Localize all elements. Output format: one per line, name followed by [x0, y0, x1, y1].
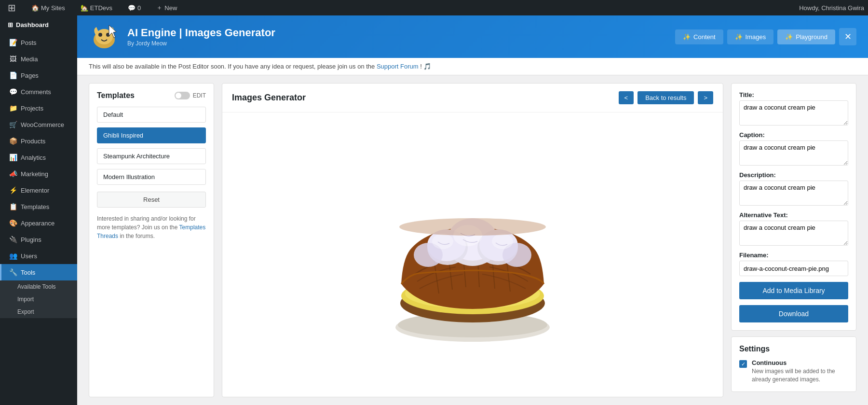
submenu-export[interactable]: Export [0, 306, 77, 318]
sidebar-item-tools[interactable]: 🔧 Tools [0, 264, 77, 280]
support-forum-link[interactable]: Support Forum [377, 63, 419, 70]
user-greeting: Howdy, Christina Gwira [799, 4, 864, 12]
next-button[interactable]: > [698, 91, 713, 104]
appearance-icon: 🎨 [9, 219, 17, 227]
images-sparkle-icon: ✨ [735, 33, 743, 41]
template-item-default[interactable]: Default [97, 107, 206, 123]
woocommerce-icon: 🛒 [9, 121, 17, 128]
templates-edit-toggle[interactable]: EDIT [175, 92, 206, 99]
wp-layout: ⊞ Dashboard 📝 Posts 🖼 Media 📄 Pages 💬 Co… [0, 15, 868, 405]
house-icon: 🏠 [31, 4, 39, 12]
caption-field-group: Caption: [739, 131, 848, 166]
home-icon: 🏡 [81, 4, 88, 12]
media-icon: 🖼 [9, 55, 17, 63]
template-item-steampunk[interactable]: Steampunk Architecture [97, 148, 206, 164]
wp-logo[interactable]: ⊞ [4, 0, 20, 15]
comment-icon: 💬 [128, 4, 136, 12]
continuous-label: Continuous [752, 359, 848, 366]
description-label: Description: [739, 171, 848, 179]
sidebar-item-analytics[interactable]: 📊 Analytics [0, 149, 77, 166]
posts-icon: 📝 [9, 39, 17, 46]
my-sites-menu[interactable]: 🏠 My Sites [27, 0, 69, 15]
products-icon: 📦 [9, 137, 17, 145]
sidebar-item-elementor[interactable]: ⚡ Elementor [0, 182, 77, 198]
sidebar-item-pages[interactable]: 📄 Pages [0, 67, 77, 84]
tools-icon: 🔧 [9, 268, 17, 276]
templates-panel-title: Templates [97, 91, 135, 100]
settings-panel: Settings Continuous New images will be a… [731, 336, 856, 392]
content-nav-button[interactable]: ✨ Content [675, 29, 723, 44]
sidebar-item-appearance[interactable]: 🎨 Appearance [0, 215, 77, 231]
description-input[interactable] [739, 181, 848, 206]
sidebar-item-media[interactable]: 🖼 Media [0, 51, 77, 67]
sidebar-item-posts[interactable]: 📝 Posts [0, 34, 77, 51]
svg-point-2 [98, 33, 102, 37]
back-to-results-button[interactable]: Back to results [637, 91, 694, 104]
dashboard-icon: ⊞ [8, 21, 13, 28]
info-text: This will also be available in the Post … [89, 63, 375, 70]
alt-text-label: Alternative Text: [739, 211, 848, 219]
submenu-import[interactable]: Import [0, 293, 77, 306]
wp-body: AI Engine | Images Generator By Jordy Me… [77, 15, 868, 405]
plugin-author: By Jordy Meow [127, 40, 667, 47]
new-menu[interactable]: ＋ New [152, 0, 181, 15]
sidebar-item-comments[interactable]: 💬 Comments [0, 84, 77, 100]
comments-menu[interactable]: 💬 0 [124, 0, 145, 15]
plugin-header: AI Engine | Images Generator By Jordy Me… [77, 15, 868, 58]
site-name-menu[interactable]: 🏡 ETDevs [77, 0, 116, 15]
right-panel: Title: Caption: Description: Alternative… [731, 83, 856, 397]
caption-input[interactable] [739, 140, 848, 166]
comments-icon: 💬 [9, 88, 17, 96]
admin-sidebar: ⊞ Dashboard 📝 Posts 🖼 Media 📄 Pages 💬 Co… [0, 15, 77, 405]
plugin-title-block: AI Engine | Images Generator By Jordy Me… [127, 27, 667, 47]
svg-point-21 [492, 234, 513, 249]
svg-point-20 [432, 234, 453, 249]
templates-panel: Templates EDIT Default Ghibli Inspired S… [89, 83, 214, 397]
description-field-group: Description: [739, 171, 848, 206]
generator-nav: < Back to results > [619, 91, 713, 104]
svg-point-22 [399, 218, 546, 236]
alt-text-input[interactable] [739, 221, 848, 246]
sidebar-item-templates[interactable]: 📋 Templates [0, 198, 77, 215]
generator-header: Images Generator < Back to results > [222, 84, 723, 112]
download-button[interactable]: Download [739, 305, 848, 322]
generator-body [222, 112, 723, 397]
plugin-logo [89, 21, 120, 52]
add-to-media-library-button[interactable]: Add to Media Library [739, 282, 848, 299]
prev-button[interactable]: < [619, 91, 634, 104]
admin-bar: ⊞ 🏠 My Sites 🏡 ETDevs 💬 0 ＋ New Howdy, C… [0, 0, 868, 15]
edit-label: EDIT [193, 92, 206, 99]
template-item-ghibli[interactable]: Ghibli Inspired [97, 127, 206, 143]
filename-label: Filename: [739, 251, 848, 259]
sidebar-item-plugins[interactable]: 🔌 Plugins [0, 231, 77, 248]
plugin-nav-buttons: ✨ Content ✨ Images ✨ Playground ✕ [675, 28, 856, 45]
plugins-icon: 🔌 [9, 236, 17, 243]
settings-title: Settings [739, 345, 848, 353]
continuous-desc: New images will be added to the already … [752, 367, 848, 384]
template-item-modern[interactable]: Modern Illustration [97, 169, 206, 185]
projects-icon: 📁 [9, 104, 17, 112]
sidebar-item-users[interactable]: 👥 Users [0, 248, 77, 264]
playground-nav-button[interactable]: ✨ Playground [777, 29, 835, 44]
images-nav-button[interactable]: ✨ Images [727, 29, 774, 44]
filename-input[interactable] [739, 261, 848, 276]
content-area: Templates EDIT Default Ghibli Inspired S… [77, 75, 868, 405]
sidebar-item-woocommerce[interactable]: 🛒 WooCommerce [0, 116, 77, 133]
submenu-available-tools[interactable]: Available Tools [0, 280, 77, 293]
close-icon: ✕ [844, 31, 852, 42]
templates-icon: 📋 [9, 203, 17, 210]
dashboard-link[interactable]: ⊞ Dashboard [0, 15, 77, 34]
continuous-checkbox[interactable] [739, 360, 747, 368]
sidebar-item-marketing[interactable]: 📣 Marketing [0, 166, 77, 182]
title-input[interactable] [739, 100, 848, 126]
plugin-close-button[interactable]: ✕ [839, 28, 856, 45]
edit-toggle-switch[interactable] [175, 92, 190, 99]
sidebar-item-projects[interactable]: 📁 Projects [0, 100, 77, 116]
plugin-title: AI Engine | Images Generator [127, 27, 667, 39]
reset-button[interactable]: Reset [97, 192, 206, 208]
sidebar-item-products[interactable]: 📦 Products [0, 133, 77, 149]
analytics-icon: 📊 [9, 154, 17, 161]
title-field-group: Title: [739, 91, 848, 126]
users-icon: 👥 [9, 252, 17, 260]
templates-footer: Interested in sharing and/or looking for… [97, 214, 206, 240]
